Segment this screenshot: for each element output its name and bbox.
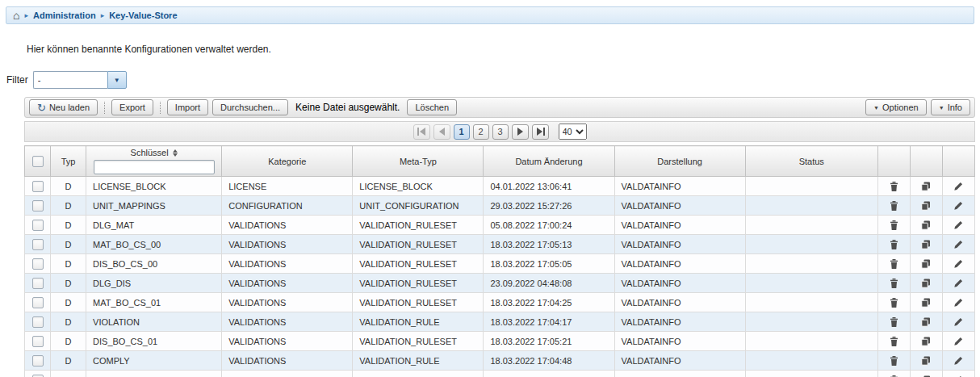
row-checkbox[interactable]: [32, 258, 44, 270]
breadcrumb-item-administration[interactable]: Administration: [33, 10, 96, 20]
import-button[interactable]: Import: [167, 99, 208, 115]
table-row[interactable]: D UNIT_MAPPINGS CONFIGURATION UNIT_CONFI…: [25, 196, 975, 216]
export-button[interactable]: Export: [111, 99, 153, 115]
edit-row-button[interactable]: [942, 216, 974, 235]
copy-row-button[interactable]: [910, 196, 942, 216]
row-checkbox[interactable]: [32, 355, 44, 367]
cell-darstellung: VALDATAINFO: [614, 254, 745, 274]
schluessel-filter-input[interactable]: [94, 160, 215, 174]
trash-icon: [890, 279, 898, 288]
cell-typ: D: [51, 332, 86, 351]
copy-row-button[interactable]: [910, 312, 942, 332]
delete-row-button[interactable]: [877, 177, 910, 196]
table-row[interactable]: D MAT_BO_CS_01 VALIDATIONS VALIDATION_RU…: [25, 293, 975, 312]
delete-row-button[interactable]: [877, 216, 910, 235]
edit-row-button[interactable]: [942, 235, 974, 254]
prev-page-button[interactable]: [433, 124, 450, 140]
row-checkbox[interactable]: [32, 278, 44, 289]
select-all-checkbox[interactable]: [32, 156, 44, 167]
delete-row-button[interactable]: [877, 351, 910, 371]
home-icon[interactable]: ⌂: [13, 10, 19, 21]
copy-row-button[interactable]: [910, 216, 942, 235]
page-button-3[interactable]: 3: [492, 124, 509, 140]
page-button-1[interactable]: 1: [454, 124, 470, 140]
delete-row-button[interactable]: [877, 371, 910, 377]
row-checkbox[interactable]: [32, 297, 44, 308]
row-checkbox[interactable]: [32, 375, 44, 377]
delete-row-button[interactable]: [877, 196, 910, 216]
row-checkbox[interactable]: [32, 316, 44, 328]
breadcrumb-item-key-value-store[interactable]: Key-Value-Store: [109, 10, 177, 20]
edit-row-button[interactable]: [942, 351, 974, 371]
column-header-kategorie[interactable]: Kategorie: [222, 146, 353, 177]
edit-row-button[interactable]: [942, 196, 974, 216]
copy-icon: [921, 279, 931, 288]
edit-row-button[interactable]: [942, 371, 974, 377]
column-header-schluessel[interactable]: Schlüssel: [86, 146, 222, 177]
edit-row-button[interactable]: [942, 254, 974, 274]
row-checkbox[interactable]: [32, 239, 44, 250]
table-row[interactable]: D DIS_BO_CS_00 VALIDATIONS VALIDATION_RU…: [25, 254, 975, 274]
column-header-darstellung[interactable]: Darstellung: [614, 146, 745, 177]
table-row[interactable]: D MAT_BO_CS_00 VALIDATIONS VALIDATION_RU…: [25, 235, 975, 254]
column-header-status[interactable]: Status: [745, 146, 877, 177]
copy-row-button[interactable]: [910, 293, 942, 312]
table-row[interactable]: D NUMBERING_CS_00 VALIDATIONS VALIDATION…: [25, 371, 975, 377]
cell-darstellung: VALDATAINFO: [614, 371, 745, 377]
column-header-meta-typ[interactable]: Meta-Typ: [353, 146, 484, 177]
copy-row-button[interactable]: [910, 177, 942, 196]
sort-icon[interactable]: [173, 149, 178, 157]
row-checkbox[interactable]: [32, 200, 44, 212]
column-header-datum-aenderung[interactable]: Datum Änderung: [484, 146, 614, 177]
page-button-2[interactable]: 2: [473, 124, 489, 140]
row-select-cell: [25, 216, 51, 235]
copy-row-button[interactable]: [910, 254, 942, 274]
table-row[interactable]: D DIS_BO_CS_01 VALIDATIONS VALIDATION_RU…: [25, 332, 975, 351]
copy-row-button[interactable]: [910, 274, 942, 293]
cell-kategorie: VALIDATIONS: [222, 216, 353, 235]
options-menu-button[interactable]: ▼ Optionen: [865, 99, 927, 115]
browse-label: Durchsuchen...: [220, 103, 280, 112]
table-row[interactable]: D COMPLY VALIDATIONS VALIDATION_RULE 18.…: [25, 351, 975, 371]
breadcrumb-separator-icon: ▸: [101, 12, 105, 19]
chevron-down-icon: ▼: [114, 77, 120, 84]
info-menu-button[interactable]: ▼ Info: [931, 99, 970, 115]
row-checkbox[interactable]: [32, 181, 44, 192]
edit-row-button[interactable]: [942, 332, 974, 351]
edit-row-button[interactable]: [942, 293, 974, 312]
delete-row-button[interactable]: [877, 312, 910, 332]
delete-row-button[interactable]: [877, 332, 910, 351]
edit-row-button[interactable]: [942, 274, 974, 293]
column-header-typ[interactable]: Typ: [51, 146, 86, 177]
browse-file-button[interactable]: Durchsuchen...: [212, 99, 288, 115]
table-header-row: Typ Schlüssel Kategorie Meta-Typ Datum Ä…: [25, 146, 975, 177]
edit-row-button[interactable]: [942, 177, 974, 196]
column-header-delete: [877, 146, 910, 177]
copy-row-button[interactable]: [910, 332, 942, 351]
row-checkbox[interactable]: [32, 220, 44, 231]
table-row[interactable]: D LICENSE_BLOCK LICENSE LICENSE_BLOCK 04…: [25, 177, 975, 196]
table-row[interactable]: D VIOLATION VALIDATIONS VALIDATION_RULE …: [25, 312, 975, 332]
copy-row-button[interactable]: [910, 235, 942, 254]
delete-row-button[interactable]: [877, 274, 910, 293]
delete-row-button[interactable]: [877, 254, 910, 274]
cell-kategorie: VALIDATIONS: [222, 274, 353, 293]
column-header-schluessel-label: Schlüssel: [131, 148, 169, 157]
copy-row-button[interactable]: [910, 351, 942, 371]
edit-row-button[interactable]: [942, 312, 974, 332]
reload-button[interactable]: ↻ Neu laden: [29, 99, 98, 115]
copy-row-button[interactable]: [910, 371, 942, 377]
row-checkbox[interactable]: [32, 336, 44, 347]
delete-button[interactable]: Löschen: [407, 99, 457, 115]
cell-datum-aenderung: 18.03.2022 17:05:05: [484, 254, 614, 274]
last-page-button[interactable]: [532, 124, 549, 140]
delete-row-button[interactable]: [877, 235, 910, 254]
table-row[interactable]: D DLG_MAT VALIDATIONS VALIDATION_RULESET…: [25, 216, 975, 235]
filter-dropdown-button[interactable]: ▼: [107, 71, 127, 89]
delete-row-button[interactable]: [877, 293, 910, 312]
next-page-button[interactable]: [512, 124, 529, 140]
table-row[interactable]: D DLG_DIS VALIDATIONS VALIDATION_RULESET…: [25, 274, 975, 293]
first-page-button[interactable]: [413, 124, 430, 140]
filter-value-field[interactable]: [33, 71, 107, 89]
page-size-select[interactable]: 40: [559, 124, 587, 140]
